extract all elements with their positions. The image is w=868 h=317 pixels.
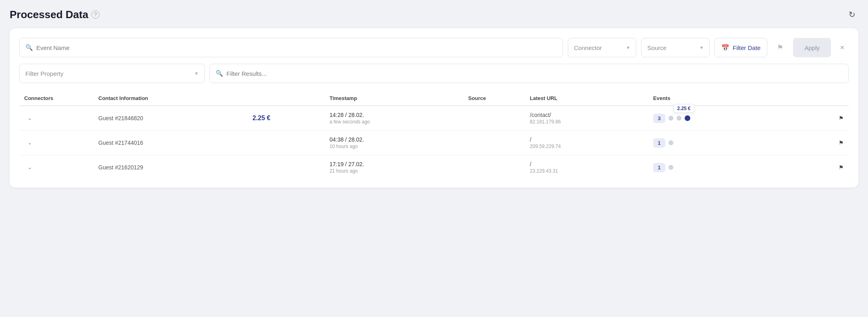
event-count-badge: 1 (653, 163, 665, 172)
timestamp-main: 04:38 / 28.02. (330, 136, 459, 143)
th-timestamp: Timestamp (325, 91, 463, 106)
filter-date-button[interactable]: 📅 Filter Date (714, 38, 767, 57)
source-cell (463, 106, 525, 131)
event-dot-active: 2.25 € (685, 115, 690, 121)
row-flag-icon: ⚑ (839, 164, 844, 171)
contact-cell: Guest #21620129 (93, 155, 247, 180)
expand-button[interactable]: ⌄ (24, 137, 35, 148)
close-button[interactable]: × (836, 41, 849, 54)
th-flag (818, 91, 849, 106)
events-inner: 1 (653, 138, 813, 148)
filter-row-1: 🔍 Connector ▼ Source ▼ 📅 Filter Date ⚑ A… (19, 38, 849, 57)
url-cell: / 23.229.43.31 (525, 155, 648, 180)
filter-date-label: Filter Date (733, 44, 760, 51)
apply-button[interactable]: Apply (793, 38, 831, 57)
url-main: /contact/ (530, 112, 644, 118)
timestamp-ago: 10 hours ago (330, 144, 459, 149)
source-cell (463, 155, 525, 180)
contact-name: Guest #21620129 (98, 164, 143, 171)
row-flag-icon: ⚑ (839, 140, 844, 146)
connector-dropdown[interactable]: Connector ▼ (568, 38, 636, 57)
timestamp-cell: 04:38 / 28.02. 10 hours ago (325, 131, 463, 155)
search-icon: 🔍 (25, 44, 33, 51)
url-ip: 209.59.229.74 (530, 144, 644, 149)
timestamp-main: 17:19 / 27.02. (330, 161, 459, 167)
url-cell: / 209.59.229.74 (525, 131, 648, 155)
url-ip: 23.229.43.31 (530, 168, 644, 174)
price-cell (247, 131, 324, 155)
expand-button[interactable]: ⌄ (24, 162, 35, 173)
url-main: / (530, 161, 644, 167)
th-price (247, 91, 324, 106)
help-icon[interactable]: ? (91, 10, 100, 19)
events-inner: 3 2.25 € (653, 114, 813, 123)
event-name-search-wrapper: 🔍 (19, 38, 563, 57)
th-contact-info: Contact Information (93, 91, 247, 106)
event-dot (677, 116, 681, 121)
flag-icon: ⚑ (777, 43, 783, 52)
contact-cell: Guest #21846820 (93, 106, 247, 131)
source-label: Source (647, 44, 667, 51)
refresh-icon[interactable]: ↻ (845, 8, 858, 21)
event-count-badge: 1 (653, 138, 665, 148)
expand-cell: ⌄ (19, 155, 93, 180)
filter-results-search-icon: 🔍 (216, 70, 223, 77)
price-cell (247, 155, 324, 180)
filter-property-label: Filter Property (25, 70, 63, 77)
filter-card: 🔍 Connector ▼ Source ▼ 📅 Filter Date ⚑ A… (10, 28, 858, 188)
timestamp-cell: 17:19 / 27.02. 21 hours ago (325, 155, 463, 180)
event-count-badge: 3 (653, 114, 665, 123)
expand-cell: ⌄ (19, 131, 93, 155)
url-main: / (530, 136, 644, 143)
table-row: ⌄Guest #218468202.25 €14:28 / 28.02. a f… (19, 106, 849, 131)
contact-name: Guest #21846820 (98, 115, 143, 121)
flag-button[interactable]: ⚑ (772, 38, 788, 57)
events-cell: 1 (648, 155, 818, 180)
event-dot (669, 116, 673, 121)
connector-chevron-icon: ▼ (626, 45, 630, 50)
source-cell (463, 131, 525, 155)
th-connectors: Connectors (19, 91, 93, 106)
th-latest-url: Latest URL (525, 91, 648, 106)
source-dropdown[interactable]: Source ▼ (641, 38, 710, 57)
row-flag-icon: ⚑ (839, 115, 844, 121)
event-dot (669, 140, 673, 145)
filter-row-2: Filter Property ▼ 🔍 (19, 64, 849, 83)
event-name-input[interactable] (36, 44, 557, 51)
th-events: Events (648, 91, 818, 106)
table-row: ⌄Guest #2162012917:19 / 27.02. 21 hours … (19, 155, 849, 180)
timestamp-cell: 14:28 / 28.02. a few seconds ago (325, 106, 463, 131)
page-title-row: Processed Data ? (10, 8, 100, 21)
data-table: Connectors Contact Information Timestamp… (19, 91, 849, 179)
table-row: ⌄Guest #2174401604:38 / 28.02. 10 hours … (19, 131, 849, 155)
url-cell: /contact/ 82.181.179.86 (525, 106, 648, 131)
price-cell: 2.25 € (247, 106, 324, 131)
timestamp-ago: 21 hours ago (330, 168, 459, 174)
events-inner: 1 (653, 163, 813, 172)
th-source: Source (463, 91, 525, 106)
events-cell: 1 (648, 131, 818, 155)
connector-label: Connector (574, 44, 602, 51)
flag-cell[interactable]: ⚑ (818, 106, 849, 131)
expand-button[interactable]: ⌄ (24, 113, 35, 124)
event-dot (669, 165, 673, 170)
price-tooltip: 2.25 € (673, 104, 694, 113)
filter-property-dropdown[interactable]: Filter Property ▼ (19, 64, 205, 83)
page-title: Processed Data (10, 8, 88, 21)
price-value: 2.25 € (252, 115, 270, 121)
contact-name: Guest #21744016 (98, 140, 143, 146)
contact-cell: Guest #21744016 (93, 131, 247, 155)
events-cell: 3 2.25 € (648, 106, 818, 131)
timestamp-ago: a few seconds ago (330, 119, 459, 125)
table-header-row: Connectors Contact Information Timestamp… (19, 91, 849, 106)
calendar-icon: 📅 (721, 44, 729, 52)
filter-results-search-wrapper: 🔍 (210, 64, 849, 83)
flag-cell[interactable]: ⚑ (818, 131, 849, 155)
flag-cell[interactable]: ⚑ (818, 155, 849, 180)
source-chevron-icon: ▼ (699, 45, 704, 50)
expand-cell: ⌄ (19, 106, 93, 131)
url-ip: 82.181.179.86 (530, 119, 644, 125)
filter-results-input[interactable] (226, 70, 843, 77)
page-header: Processed Data ? ↻ (10, 8, 858, 21)
filter-property-chevron-icon: ▼ (194, 71, 199, 76)
